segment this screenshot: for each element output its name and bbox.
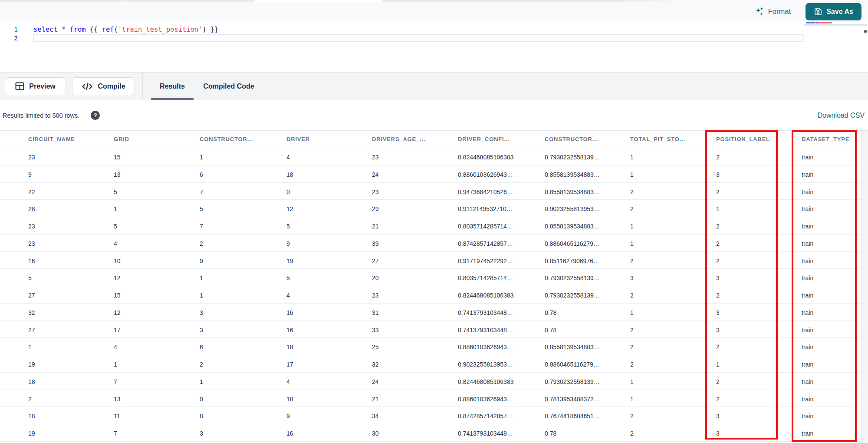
column-header-driver-confi[interactable]: DRIVER_CONFI...: [458, 131, 510, 148]
table-cell: 33: [372, 322, 379, 338]
table-cell: 1: [630, 149, 634, 165]
table-cell: 0.78: [545, 305, 556, 321]
table-cell: 7: [200, 184, 203, 200]
table-cell: 3: [200, 305, 203, 321]
table-cell: 6: [200, 339, 203, 355]
table-cell: 4: [286, 288, 290, 303]
table-cell: 2: [200, 357, 203, 372]
table-cell: 2: [630, 339, 634, 355]
table-cell: 23: [372, 288, 379, 303]
table-cell: 9: [286, 236, 290, 251]
table-cell: 0.8860465116279…: [545, 236, 599, 251]
table-cell: 2: [630, 322, 634, 338]
editor-minimap[interactable]: [804, 21, 867, 72]
table-cell: 15: [114, 288, 121, 303]
table-cell: 1: [200, 149, 203, 165]
code-token-punct: [58, 26, 62, 33]
tab-compiled-code[interactable]: Compiled Code: [197, 73, 260, 100]
table-cell: 0.7413793103448…: [458, 305, 513, 321]
tab-results[interactable]: Results: [151, 73, 194, 100]
code-token-keyword: select: [33, 26, 58, 33]
line-number-2: 2: [0, 34, 18, 43]
preview-button[interactable]: Preview: [5, 77, 66, 95]
code-line-1[interactable]: select * from {{ ref('train_test_positio…: [33, 25, 218, 34]
table-cell: 5: [286, 270, 290, 286]
code-token-punct: ): [202, 26, 206, 33]
table-cell: 11: [114, 408, 120, 424]
table-cell: 24: [372, 167, 379, 182]
column-header-driver[interactable]: DRIVER: [286, 131, 310, 148]
table-cell: 0.8558139534883…: [545, 184, 600, 200]
table-cell: 1: [28, 339, 32, 355]
table-cell: 0.7813953488372…: [545, 391, 600, 407]
table-cell: 22: [28, 184, 35, 200]
table-cell: 18: [286, 339, 293, 355]
minimap-token: [806, 22, 810, 23]
table-cell: 1: [630, 167, 634, 182]
table-cell: 2: [28, 391, 32, 407]
table-cell: 0.9171974522292…: [458, 253, 513, 269]
table-cell: 0.7413793103448…: [458, 426, 513, 441]
column-header-drivers-age[interactable]: DRIVERS_AGE_...: [372, 131, 425, 148]
table-cell: 0.8558139534883…: [545, 167, 600, 182]
table-cell: 1: [630, 391, 634, 407]
table-cell: 16: [28, 253, 35, 269]
save-as-button-label: Save As: [826, 8, 853, 16]
table-cell: 0.8035714285714…: [458, 270, 513, 286]
table-cell: 0.8742857142857…: [458, 408, 513, 424]
table-cell: 0.8860103626943…: [458, 391, 513, 407]
code-token-punct: (: [114, 26, 118, 33]
table-cell: 18: [28, 408, 35, 424]
table-cell: 0.8511627906976…: [545, 253, 599, 269]
table-cell: 7: [200, 218, 203, 234]
preview-button-label: Preview: [29, 83, 55, 90]
table-cell: 1: [630, 374, 634, 390]
minimap-current-line: [804, 24, 867, 26]
column-header-circuit-name[interactable]: CIRCUIT_NAME: [28, 131, 75, 148]
table-cell: 0.7930232558139…: [545, 149, 600, 165]
table-cell: 32: [28, 305, 35, 321]
download-csv-label: Download CSV: [818, 112, 865, 119]
table-cell: 17: [114, 322, 121, 338]
column-header-constructor[interactable]: CONSTRUCTOR...: [545, 131, 598, 148]
compile-button[interactable]: Compile: [72, 77, 135, 95]
table-cell: 1: [200, 288, 203, 303]
table-cell: 30: [372, 426, 379, 441]
table-cell: 5: [286, 218, 290, 234]
column-header-total-pit-sto[interactable]: TOTAL_PIT_STO...: [630, 131, 685, 148]
table-cell: 0.8860103626943…: [458, 167, 513, 182]
table-cell: 5: [114, 218, 117, 234]
table-cell: 3: [200, 322, 203, 338]
table-cell: 23: [372, 184, 379, 200]
table-cell: 4: [286, 374, 290, 390]
table-cell: 23: [28, 236, 35, 251]
format-button[interactable]: Format: [754, 2, 791, 21]
code-token-punct: {{: [86, 26, 102, 33]
table-cell: 6: [200, 167, 203, 182]
code-editor[interactable]: 1 2 select * from {{ ref('train_test_pos…: [0, 21, 868, 72]
column-header-grid[interactable]: GRID: [114, 131, 129, 148]
table-cell: 29: [372, 201, 379, 217]
help-icon[interactable]: ?: [91, 111, 100, 120]
table-cell: 39: [372, 236, 379, 251]
table-cell: 0.9112149532710…: [458, 201, 513, 217]
table-cell: 2: [200, 236, 203, 251]
table-cell: 0: [200, 391, 203, 407]
table-cell: 27: [28, 322, 35, 338]
column-header-constructor[interactable]: CONSTRUCTOR...: [200, 131, 253, 148]
minimap-code-line: [806, 22, 832, 23]
table-cell: 5: [200, 201, 203, 217]
table-cell: 9: [286, 408, 290, 424]
table-vertical-scrollbar[interactable]: [861, 131, 868, 443]
table-cell: 16: [286, 426, 293, 441]
table-cell: 0.78: [545, 322, 556, 338]
table-icon: [15, 82, 24, 91]
table-cell: 0.78: [545, 426, 556, 441]
table-cell: 0.824468085106383: [458, 288, 513, 303]
table-cell: 0.9023255813953…: [545, 201, 600, 217]
save-as-button[interactable]: Save As: [806, 3, 861, 20]
table-cell: 32: [372, 357, 379, 372]
download-csv-link[interactable]: Download CSV: [818, 100, 865, 131]
table-cell: 0.9473684210526…: [458, 184, 513, 200]
annotation-box-dataset-type: [792, 130, 857, 442]
